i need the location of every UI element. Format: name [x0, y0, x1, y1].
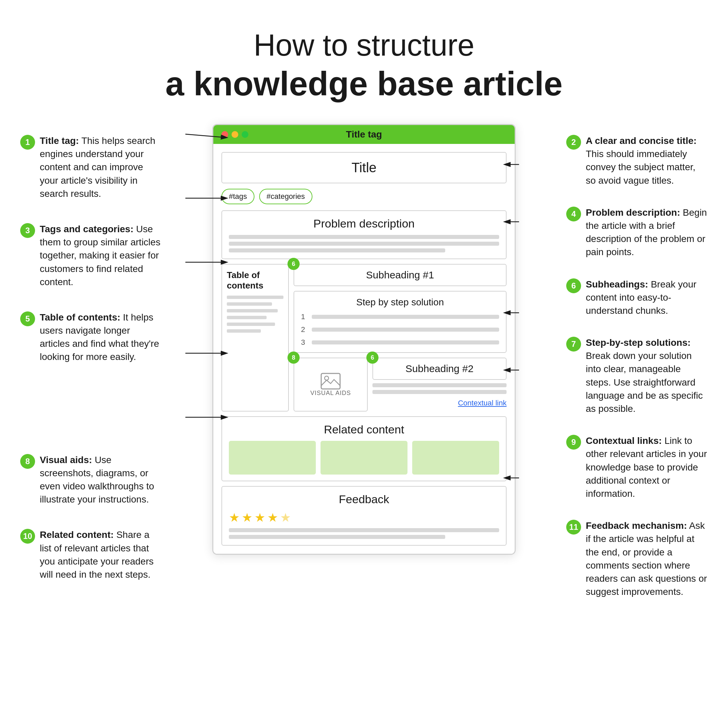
- problem-description-box: Problem description: [222, 210, 506, 259]
- contextual-link[interactable]: Contextual link: [372, 399, 506, 407]
- tag-categories[interactable]: #categories: [259, 189, 312, 204]
- toc-lines: [227, 295, 283, 333]
- annotation-5: 5 Table of contents: It helps users navi…: [20, 311, 162, 366]
- visual-aids-wrapper: 8 VISUAL AIDS: [294, 358, 368, 411]
- step-num-2: 2: [301, 325, 308, 334]
- badge-8: 8: [288, 352, 300, 364]
- related-content-heading: Related content: [229, 423, 499, 436]
- browser-titlebar: Title tag: [213, 125, 515, 144]
- annotation-1: 1 Title tag: This helps search engines u…: [20, 134, 162, 202]
- annotation-3-badge: 3: [20, 223, 35, 238]
- annotation-7-title: Step-by-step solutions:: [586, 337, 691, 348]
- annotation-8-text: Visual aids: Use screenshots, diagrams, …: [40, 453, 162, 506]
- annotation-8-title: Visual aids:: [40, 455, 92, 465]
- ph-line: [229, 248, 445, 252]
- visual-subheading-row: 8 VISUAL AIDS: [294, 358, 506, 411]
- annotation-3-header: 3 Tags and categories: Use them to group…: [20, 222, 162, 289]
- annotation-11-body: Ask if the article was helpful at the en…: [586, 520, 707, 597]
- annotation-6-title: Subheadings:: [586, 279, 648, 289]
- stars-row: ★ ★ ★ ★ ★: [229, 511, 499, 525]
- toc-line: [227, 302, 272, 306]
- star-2[interactable]: ★: [242, 511, 252, 525]
- annotation-10-text: Related content: Share a list of relevan…: [40, 528, 162, 581]
- annotation-4-title: Problem description:: [586, 207, 680, 218]
- annotation-9-header: 9 Contextual links: Link to other releva…: [566, 434, 708, 500]
- annotation-7-badge: 7: [566, 337, 581, 352]
- annotation-7-header: 7 Step-by-step solutions: Break down you…: [566, 336, 708, 415]
- annotation-11-title: Feedback mechanism:: [586, 520, 687, 531]
- problem-description-heading: Problem description: [229, 217, 499, 230]
- step-line-2: [312, 327, 499, 332]
- annotation-2-body: This should immediately convey the subje…: [586, 148, 695, 185]
- annotation-4-header: 4 Problem description: Begin the article…: [566, 206, 708, 259]
- related-content-box: Related content: [222, 416, 506, 481]
- annotation-2-title: A clear and concise title:: [586, 136, 697, 146]
- badge-6a: 6: [288, 258, 300, 270]
- annotation-4-text: Problem description: Begin the article w…: [586, 206, 708, 259]
- browser-wrapper: Title tag Title #tags #categories: [213, 124, 515, 555]
- article-title-text: Title: [352, 160, 376, 175]
- step-row-3: 3: [301, 338, 499, 347]
- star-3[interactable]: ★: [254, 511, 265, 525]
- annotation-11-text: Feedback mechanism: Ask if the article w…: [586, 519, 708, 598]
- annotation-2: 2 A clear and concise title: This should…: [566, 134, 708, 189]
- toc-line: [227, 316, 267, 319]
- toc-line: [227, 295, 283, 299]
- star-1[interactable]: ★: [229, 511, 240, 525]
- left-annotations: 1 Title tag: This helps search engines u…: [20, 124, 162, 583]
- ph-line: [372, 383, 506, 387]
- related-card-3[interactable]: [412, 441, 499, 474]
- annotation-10-badge: 10: [20, 529, 35, 544]
- tag-tags[interactable]: #tags: [222, 189, 254, 204]
- annotation-9-text: Contextual links: Link to other relevant…: [586, 434, 708, 500]
- annotation-5-title: Table of contents:: [40, 312, 120, 323]
- star-4[interactable]: ★: [267, 511, 278, 525]
- annotation-6-text: Subheadings: Break your content into eas…: [586, 278, 708, 318]
- step-num-3: 3: [301, 338, 308, 347]
- annotation-1-title: Title tag:: [40, 136, 79, 146]
- feedback-heading: Feedback: [229, 493, 499, 506]
- annotation-3-title: Tags and categories:: [40, 224, 133, 234]
- annotation-9-badge: 9: [566, 435, 581, 450]
- main-title: How to structure a knowledge base articl…: [165, 27, 563, 104]
- subheading1-wrapper: 6 Subheading #1: [294, 264, 506, 286]
- step-solution-box: Step by step solution 1 2: [294, 291, 506, 353]
- annotation-8: 8 Visual aids: Use screenshots, diagrams…: [20, 453, 162, 508]
- title-line1: How to structure: [165, 27, 563, 63]
- annotation-6-header: 6 Subheadings: Break your content into e…: [566, 278, 708, 318]
- browser-title: Title tag: [346, 129, 382, 140]
- svg-point-1: [324, 376, 329, 380]
- annotation-11-badge: 11: [566, 520, 581, 535]
- sub2-lines: [372, 383, 506, 394]
- related-card-2[interactable]: [321, 441, 407, 474]
- browser-container: Title tag Title #tags #categories: [162, 124, 566, 555]
- toc-sidebar: Table of contents: [222, 264, 289, 411]
- steps-list: 1 2 3: [301, 312, 499, 347]
- dot-yellow: [231, 131, 238, 138]
- star-5[interactable]: ★: [280, 511, 291, 525]
- dot-red: [222, 131, 228, 138]
- svg-rect-0: [321, 373, 340, 389]
- visual-aids-box: VISUAL AIDS: [294, 358, 368, 411]
- dot-green-browser: [242, 131, 248, 138]
- annotation-9: 9 Contextual links: Link to other releva…: [566, 434, 708, 502]
- browser-body: Title #tags #categories Problem descript…: [213, 144, 515, 554]
- annotation-3-text: Tags and categories: Use them to group s…: [40, 222, 162, 289]
- annotation-1-header: 1 Title tag: This helps search engines u…: [20, 134, 162, 200]
- browser-dots: [222, 131, 248, 138]
- content-area: 1 Title tag: This helps search engines u…: [0, 124, 728, 600]
- subheading2-box: Subheading #2: [372, 358, 506, 380]
- problem-lines: [229, 235, 499, 252]
- related-card-1[interactable]: [229, 441, 316, 474]
- annotation-9-title: Contextual links:: [586, 436, 662, 446]
- step-num-1: 1: [301, 312, 308, 321]
- annotation-1-text: Title tag: This helps search engines und…: [40, 134, 162, 200]
- annotation-1-badge: 1: [20, 135, 35, 150]
- annotation-10-header: 10 Related content: Share a list of rele…: [20, 528, 162, 581]
- step-row-1: 1: [301, 312, 499, 321]
- annotation-10-title: Related content:: [40, 529, 113, 540]
- step-line-3: [312, 340, 499, 344]
- annotation-6-badge: 6: [566, 278, 581, 293]
- ph-line: [372, 390, 506, 394]
- annotation-4: 4 Problem description: Begin the article…: [566, 206, 708, 261]
